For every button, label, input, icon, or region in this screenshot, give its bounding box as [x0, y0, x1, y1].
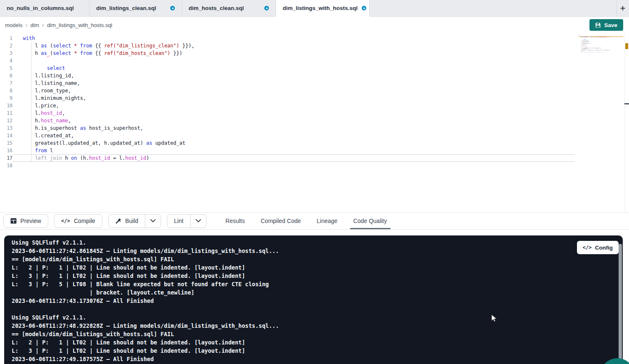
compile-button[interactable]: </> Compile — [54, 214, 102, 228]
breadcrumb-item[interactable]: dim — [30, 22, 39, 28]
table-icon — [10, 218, 17, 224]
new-tab-button[interactable]: + — [617, 3, 629, 13]
code-line: 11 l.host_id, — [0, 109, 629, 117]
terminal-line: Using SQLFluff v2.1.1. — [12, 313, 623, 322]
code-line: 6 l.listing_id, — [0, 72, 629, 79]
file-tab[interactable]: dim_hosts_clean.sql — [182, 0, 276, 16]
lint-label: Lint — [174, 218, 184, 224]
line-number: 1 — [0, 35, 12, 42]
code-text: greatest(l.updated_at, h.updated_at) as … — [12, 139, 575, 147]
lint-output-terminal: Using SQLFluff v2.1.1.2023-06-06T11:27:4… — [4, 235, 623, 364]
panel-tab-lineage[interactable]: Lineage — [316, 213, 338, 229]
terminal-line: 2023-06-06T11:27:42.861845Z — Linting mo… — [12, 247, 623, 255]
code-text: h.host_name, — [12, 117, 575, 124]
line-number: 9 — [0, 94, 12, 102]
code-line: 13 h.is_superhost as host_is_superhost, — [0, 124, 629, 132]
breadcrumb: models›dim›dim_listings_with_hosts.sql — [5, 21, 112, 29]
line-number: 6 — [0, 72, 12, 79]
config-label: Config — [595, 245, 613, 251]
hammer-icon — [115, 218, 122, 224]
code-line: 5 select — [0, 64, 629, 72]
code-text: with — [12, 35, 575, 42]
unsaved-changes-dot-icon — [362, 6, 366, 10]
code-text: l.room_type, — [12, 87, 575, 94]
code-line: 10 l.price, — [0, 102, 629, 109]
lint-button[interactable]: Lint — [167, 214, 191, 228]
code-icon: </> — [583, 245, 592, 250]
code-text: l.price, — [12, 102, 575, 109]
panel-tab-code-quality[interactable]: Code Quality — [353, 213, 388, 229]
line-number: 3 — [0, 50, 12, 57]
line-number: 17 — [0, 154, 12, 162]
tab-label: dim_hosts_clean.sql — [189, 5, 244, 11]
config-button[interactable]: </> Config — [577, 241, 619, 254]
line-number: 7 — [0, 79, 12, 87]
terminal-output: Using SQLFluff v2.1.1.2023-06-06T11:27:4… — [12, 238, 623, 363]
code-text: from l — [12, 147, 575, 154]
build-label: Build — [125, 218, 138, 224]
terminal-line: 2023-06-06T11:27:49.187575Z — All Finish… — [12, 355, 623, 363]
code-line: 16 from l — [0, 147, 629, 154]
code-line: 14 l.created_at, — [0, 132, 629, 139]
code-text: h.is_superhost as host_is_superhost, — [12, 124, 575, 132]
code-text: l.minimum_nights, — [12, 94, 575, 102]
compile-label: Compile — [74, 218, 95, 224]
tab-label: dim_listings_with_hosts.sql — [283, 5, 358, 11]
tab-label: no_nulls_in_columns.sql — [7, 5, 74, 11]
terminal-line: L: 2 | P: 1 | LT02 | Line should not be … — [12, 338, 623, 347]
line-number: 5 — [0, 64, 12, 72]
file-tab[interactable]: no_nulls_in_columns.sql — [0, 0, 90, 16]
breadcrumb-item[interactable]: models — [5, 22, 22, 28]
code-editor[interactable]: 1with2 l as (select * from {{ ref("dim_l… — [0, 33, 629, 212]
code-text: l as (select * from {{ ref("dim_listings… — [12, 42, 575, 50]
panel-tab-compiled-code[interactable]: Compiled Code — [260, 213, 302, 229]
editor-toolbar: Preview </> Compile Build Lint ResultsCo… — [0, 212, 629, 230]
ruler-cursor-marker — [624, 103, 629, 104]
code-text: l.listing_name, — [12, 79, 575, 87]
file-tab[interactable]: dim_listings_with_hosts.sql — [276, 0, 370, 16]
line-number: 8 — [0, 87, 12, 94]
code-lines: 1with2 l as (select * from {{ ref("dim_l… — [0, 35, 629, 169]
chevron-down-icon — [196, 219, 201, 223]
breadcrumb-separator-icon: › — [42, 21, 44, 28]
code-text: h as (select * from {{ ref("dim_hosts_cl… — [12, 50, 575, 57]
code-line: 18 — [0, 162, 629, 169]
preview-button[interactable]: Preview — [3, 214, 48, 228]
panel-tab-results[interactable]: Results — [225, 213, 246, 229]
build-button[interactable]: Build — [108, 214, 145, 228]
indent-guide — [31, 42, 32, 162]
preview-label: Preview — [20, 218, 41, 224]
breadcrumb-item[interactable]: dim_listings_with_hosts.sql — [47, 22, 112, 28]
build-split-button: Build — [108, 214, 161, 228]
code-line: 15 greatest(l.updated_at, h.updated_at) … — [0, 139, 629, 147]
line-number: 4 — [0, 57, 12, 64]
lint-dropdown-button[interactable] — [191, 214, 206, 228]
code-text: left join h on (h.host_id = l.host_id) — [12, 154, 575, 162]
result-panel-tabs: ResultsCompiled CodeLineageCode Quality — [225, 213, 402, 229]
file-tab[interactable]: dim_listings_clean.sql — [90, 0, 182, 16]
line-number: 16 — [0, 147, 12, 154]
unsaved-changes-dot-icon — [170, 6, 175, 10]
save-icon — [595, 22, 601, 28]
minimap-line — [579, 53, 623, 54]
tab-label: dim_listings_clean.sql — [96, 5, 156, 11]
lint-split-button: Lint — [167, 214, 206, 228]
build-dropdown-button[interactable] — [145, 214, 161, 228]
minimap[interactable]: with l as (select * from {{ ref("dim_lis… — [579, 35, 623, 54]
code-text — [12, 162, 575, 169]
code-line: 12 h.host_name, — [0, 117, 629, 124]
code-line: 9 l.minimum_nights, — [0, 94, 629, 102]
code-icon: </> — [61, 218, 70, 224]
terminal-scrollbar[interactable] — [619, 244, 622, 364]
code-text: l.listing_id, — [12, 72, 575, 79]
tab-bar-end: + — [616, 0, 629, 16]
overview-ruler — [624, 33, 629, 212]
save-label: Save — [604, 22, 617, 28]
breadcrumb-bar: models›dim›dim_listings_with_hosts.sql S… — [0, 17, 629, 33]
code-line: 3 h as (select * from {{ ref("dim_hosts_… — [0, 50, 629, 57]
terminal-line: | bracket. [layout.cte_newline] — [12, 288, 623, 297]
save-button[interactable]: Save — [589, 19, 623, 31]
code-line: 1with — [0, 35, 629, 42]
line-number: 13 — [0, 124, 12, 132]
line-number: 10 — [0, 102, 12, 109]
